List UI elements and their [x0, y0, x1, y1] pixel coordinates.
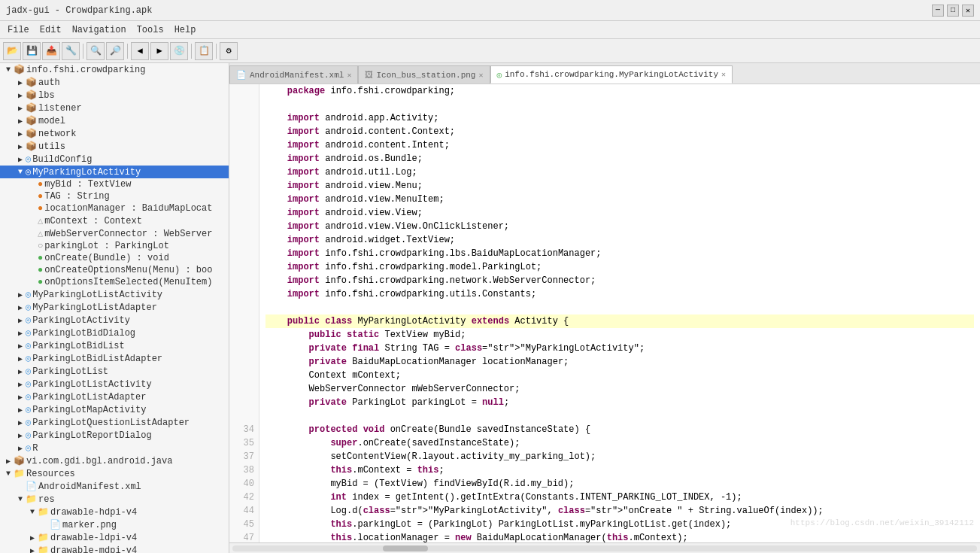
code-line: import info.fshi.crowdparking.model.Park…: [265, 260, 974, 274]
code-line: [265, 409, 974, 423]
toolbar-open[interactable]: 📂: [3, 42, 21, 60]
tab-close-manifest[interactable]: ✕: [347, 71, 351, 80]
tree-item[interactable]: ▶◎ParkingLotBidListAdapter: [0, 352, 229, 365]
toolbar-btn4[interactable]: 🔧: [62, 42, 80, 60]
toolbar-forward[interactable]: ▶: [150, 42, 168, 60]
tree-item[interactable]: ▶◎ParkingLotBidList: [0, 339, 229, 352]
tree-item[interactable]: ▼◎MyParkingLotActivity: [0, 166, 229, 178]
tree-item[interactable]: ▶📦model: [0, 114, 229, 127]
tree-item[interactable]: △mWebServerConnector : WebServer: [0, 227, 229, 240]
menu-item-edit[interactable]: Edit: [35, 23, 66, 37]
tree-item-label: ParkingLotBidListAdapter: [32, 354, 162, 364]
menu-item-file[interactable]: File: [3, 23, 34, 37]
tree-item[interactable]: ●onCreateOptionsMenu(Menu) : boo: [0, 264, 229, 276]
line-num: [234, 233, 254, 247]
tree-item-label: parkingLot : ParkingLot: [44, 241, 169, 251]
expand-icon: ▶: [15, 354, 26, 363]
tree-item[interactable]: △mContext : Context: [0, 214, 229, 227]
tab-manifest[interactable]: 📄AndroidManifest.xml✕: [229, 65, 358, 84]
line-num: [234, 152, 254, 166]
file-tree[interactable]: ▼📦info.fshi.crowdparking▶📦auth▶📦lbs▶📦lis…: [0, 63, 229, 553]
toolbar-back[interactable]: ◀: [131, 42, 149, 60]
tree-item[interactable]: 📄marker.png: [0, 518, 229, 531]
tree-item[interactable]: ▶◎BuildConfig: [0, 153, 229, 166]
line-num: [234, 301, 254, 314]
tree-item-label: model: [38, 116, 65, 126]
tree-item[interactable]: 📄AndroidManifest.xml: [0, 480, 229, 493]
tree-item[interactable]: ▶📁drawable-mdpi-v4: [0, 544, 229, 553]
code-line: setContentView(R.layout.activity_my_park…: [265, 450, 974, 463]
tree-item-label: utils: [38, 141, 65, 152]
tree-item[interactable]: ▶📦utils: [0, 140, 229, 153]
tree-item[interactable]: ▶📁drawable-ldpi-v4: [0, 531, 229, 544]
toolbar-save[interactable]: 💾: [23, 42, 41, 60]
tab-close-activity[interactable]: ✕: [721, 70, 726, 79]
close-button[interactable]: ✕: [962, 5, 974, 17]
tree-item[interactable]: ●onOptionsItemSelected(MenuItem): [0, 276, 229, 288]
tree-item[interactable]: ▶📦listener: [0, 102, 229, 114]
tree-item[interactable]: ▶📦network: [0, 127, 229, 140]
menu-item-help[interactable]: Help: [170, 23, 201, 37]
tree-item-label: listener: [38, 103, 82, 114]
expand-icon: ▶: [15, 303, 26, 312]
tree-item[interactable]: ▶◎ParkingLotReportDialog: [0, 429, 229, 442]
tree-item[interactable]: ●onCreate(Bundle) : void: [0, 252, 229, 264]
toolbar-btn3[interactable]: 📤: [42, 42, 60, 60]
tab-close-icon[interactable]: ✕: [478, 71, 483, 80]
toolbar-btn6[interactable]: 🔎: [106, 42, 124, 60]
toolbar-settings[interactable]: ⚙: [220, 42, 238, 60]
tab-activity[interactable]: ◎info.fshi.crowdparking.MyParkingLotActi…: [490, 65, 733, 84]
code-line: Log.d(class="str">"MyParkingLotActivity"…: [265, 504, 974, 518]
tree-item[interactable]: ▶◎ParkingLotListAdapter: [0, 390, 229, 403]
tree-item[interactable]: ▼📁res: [0, 493, 229, 506]
tree-item[interactable]: ▶◎ParkingLotBidDialog: [0, 327, 229, 339]
tree-item[interactable]: ▶◎R: [0, 442, 229, 454]
maximize-button[interactable]: □: [947, 5, 959, 17]
tree-item-label: ParkingLotQuestionListAdapter: [32, 418, 190, 428]
menu-item-tools[interactable]: Tools: [132, 23, 168, 37]
code-line: this.locationManager = new BaiduMapLocat…: [265, 531, 974, 542]
menu-item-navigation[interactable]: Navigation: [68, 23, 131, 37]
code-line: [265, 301, 974, 314]
expand-icon: ▼: [15, 495, 26, 503]
line-num: 42: [234, 491, 254, 504]
tree-item[interactable]: ▶📦vi.com.gdi.bgl.android.java: [0, 454, 229, 467]
line-num: [234, 260, 254, 274]
tab-icon[interactable]: 🖼Icon_bus_station.png✕: [358, 65, 490, 84]
tree-item[interactable]: ▶◎ParkingLotMapActivity: [0, 403, 229, 416]
tree-item[interactable]: ▶📦auth: [0, 76, 229, 89]
tree-item[interactable]: ▶◎ParkingLotActivity: [0, 314, 229, 327]
toolbar-btn9[interactable]: 💿: [170, 42, 188, 60]
toolbar-btn10[interactable]: 📋: [195, 42, 213, 60]
tree-item[interactable]: ▶📦lbs: [0, 89, 229, 102]
h-scrollbar-track[interactable]: [232, 545, 977, 551]
expand-icon: ▶: [15, 129, 26, 138]
tree-item[interactable]: ▶◎ParkingLotListActivity: [0, 378, 229, 390]
code-area[interactable]: 34353738404244454748515253 package info.…: [229, 84, 980, 542]
tree-item[interactable]: ▼📦info.fshi.crowdparking: [0, 63, 229, 76]
bottom-scrollbar[interactable]: [229, 542, 980, 553]
tree-item[interactable]: ●myBid : TextView: [0, 178, 229, 190]
expand-icon: ▼: [27, 508, 38, 516]
toolbar-search[interactable]: 🔍: [86, 42, 105, 60]
tree-item[interactable]: ▼📁drawable-hdpi-v4: [0, 506, 229, 518]
tree-item[interactable]: ▶◎MyParkingLotListActivity: [0, 288, 229, 301]
tree-item[interactable]: ○parkingLot : ParkingLot: [0, 240, 229, 252]
tab-label: Icon_bus_station.png: [376, 71, 475, 80]
code-line: int index = getIntent().getIntExtra(Cons…: [265, 491, 974, 504]
tree-item-label: onCreate(Bundle) : void: [44, 253, 169, 263]
tree-item-label: drawable-mdpi-v4: [50, 545, 137, 554]
expand-icon: ▶: [15, 329, 26, 338]
line-num: [234, 328, 254, 342]
tree-item[interactable]: ▶◎MyParkingLotListAdapter: [0, 301, 229, 314]
expand-icon: ▶: [3, 457, 14, 466]
tree-item[interactable]: ▶◎ParkingLotQuestionListAdapter: [0, 416, 229, 429]
h-scrollbar-thumb[interactable]: [383, 545, 428, 551]
minimize-button[interactable]: ─: [932, 5, 944, 17]
tree-item[interactable]: ●TAG : String: [0, 190, 229, 202]
tree-item[interactable]: ▶◎ParkingLotList: [0, 365, 229, 378]
line-num: [234, 314, 254, 328]
line-num: [234, 138, 254, 152]
tree-item[interactable]: ●locationManager : BaiduMapLocat: [0, 202, 229, 214]
tree-item[interactable]: ▼📁Resources: [0, 467, 229, 480]
